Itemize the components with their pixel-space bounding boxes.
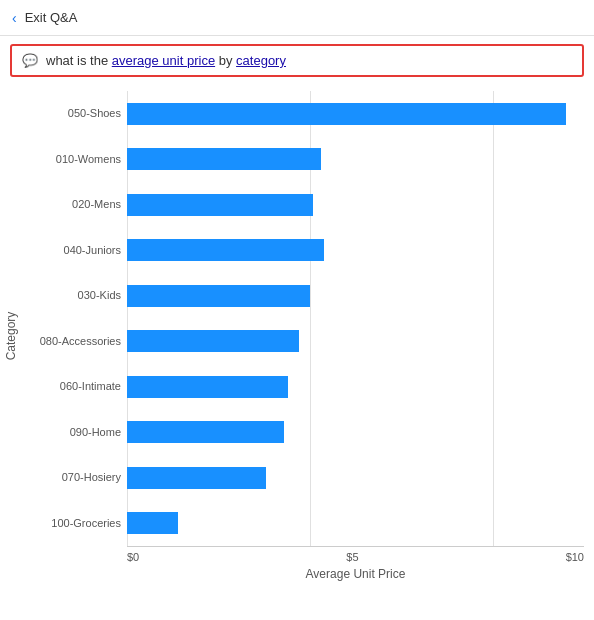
header: ‹ Exit Q&A [0,0,594,36]
category-label: 100-Groceries [22,518,121,529]
bar [127,512,178,534]
category-label: 030-Kids [22,290,121,301]
bar-row [127,371,584,403]
y-axis-label-container: Category [0,91,22,581]
category-label: 090-Home [22,427,121,438]
x-axis-label: Average Unit Price [127,565,584,581]
bar-row [127,462,584,494]
x-tick: $0 [127,551,139,563]
bar-row [127,189,584,221]
bar [127,285,310,307]
chart-container: Category 050-Shoes010-Womens020-Mens040-… [0,81,594,591]
bar [127,467,266,489]
category-label: 080-Accessories [22,336,121,347]
category-label: 020-Mens [22,199,121,210]
bar-row [127,234,584,266]
bar [127,148,321,170]
category-label: 070-Hosiery [22,472,121,483]
query-box[interactable]: 💬 what is the average unit price by cate… [10,44,584,77]
x-axis: $0$5$10 [127,546,584,565]
bar-row [127,325,584,357]
bar [127,376,288,398]
chart-inner: 050-Shoes010-Womens020-Mens040-Juniors03… [22,91,584,581]
bar-row [127,507,584,539]
bar [127,421,284,443]
bars-area: 050-Shoes010-Womens020-Mens040-Juniors03… [22,91,584,546]
back-button[interactable]: ‹ [12,10,17,26]
x-tick: $10 [566,551,584,563]
category-label: 050-Shoes [22,108,121,119]
category-label: 010-Womens [22,154,121,165]
category-labels: 050-Shoes010-Womens020-Mens040-Juniors03… [22,91,127,546]
category-label: 060-Intimate [22,381,121,392]
bar-row [127,143,584,175]
header-title: Exit Q&A [25,10,78,25]
query-text: what is the average unit price by catego… [46,53,286,68]
bars-plot [127,91,584,546]
y-axis-label: Category [4,312,18,361]
category-label: 040-Juniors [22,245,121,256]
bar-row [127,416,584,448]
chat-icon: 💬 [22,53,38,68]
bar-row [127,280,584,312]
bar [127,103,566,125]
bar [127,194,313,216]
bar [127,239,324,261]
bar-row [127,98,584,130]
x-tick: $5 [346,551,358,563]
bar [127,330,299,352]
